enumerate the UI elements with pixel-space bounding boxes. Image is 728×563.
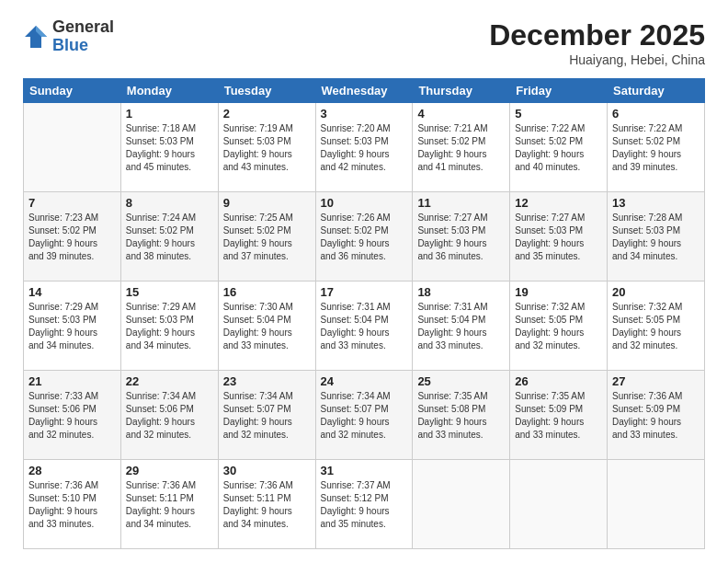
day-info: Sunrise: 7:32 AM Sunset: 5:05 PM Dayligh… bbox=[612, 301, 700, 352]
day-info: Sunrise: 7:34 AM Sunset: 5:06 PM Dayligh… bbox=[126, 390, 213, 442]
weekday-header-sunday: Sunday bbox=[24, 79, 121, 103]
month-title: December 2025 bbox=[489, 18, 705, 52]
calendar-cell bbox=[24, 103, 121, 192]
calendar-cell: 23Sunrise: 7:34 AM Sunset: 5:07 PM Dayli… bbox=[218, 371, 315, 460]
day-number: 1 bbox=[126, 107, 213, 121]
day-info: Sunrise: 7:37 AM Sunset: 5:12 PM Dayligh… bbox=[321, 479, 408, 531]
day-number: 18 bbox=[417, 285, 505, 299]
day-info: Sunrise: 7:29 AM Sunset: 5:03 PM Dayligh… bbox=[28, 301, 116, 352]
calendar-cell: 18Sunrise: 7:31 AM Sunset: 5:04 PM Dayli… bbox=[413, 282, 510, 371]
day-info: Sunrise: 7:31 AM Sunset: 5:04 PM Dayligh… bbox=[417, 301, 505, 352]
weekday-header-thursday: Thursday bbox=[413, 79, 510, 103]
title-block: December 2025 Huaiyang, Hebei, China bbox=[489, 18, 705, 67]
day-info: Sunrise: 7:21 AM Sunset: 5:02 PM Dayligh… bbox=[417, 122, 505, 174]
calendar-cell bbox=[413, 460, 510, 549]
day-info: Sunrise: 7:35 AM Sunset: 5:09 PM Dayligh… bbox=[515, 390, 602, 442]
calendar-cell: 2Sunrise: 7:19 AM Sunset: 5:03 PM Daylig… bbox=[218, 103, 315, 192]
day-number: 3 bbox=[321, 107, 408, 121]
day-number: 14 bbox=[28, 285, 116, 299]
day-info: Sunrise: 7:25 AM Sunset: 5:02 PM Dayligh… bbox=[223, 212, 311, 263]
day-number: 31 bbox=[321, 464, 408, 477]
day-info: Sunrise: 7:29 AM Sunset: 5:03 PM Dayligh… bbox=[126, 301, 213, 352]
calendar-cell: 26Sunrise: 7:35 AM Sunset: 5:09 PM Dayli… bbox=[510, 371, 608, 460]
calendar-cell: 8Sunrise: 7:24 AM Sunset: 5:02 PM Daylig… bbox=[120, 192, 218, 282]
day-number: 13 bbox=[612, 196, 700, 210]
calendar-table: SundayMondayTuesdayWednesdayThursdayFrid… bbox=[23, 78, 705, 549]
day-number: 30 bbox=[223, 464, 311, 477]
calendar-cell: 28Sunrise: 7:36 AM Sunset: 5:10 PM Dayli… bbox=[24, 460, 121, 549]
logo-text: General Blue bbox=[52, 18, 114, 55]
day-number: 4 bbox=[417, 107, 505, 121]
calendar-cell: 9Sunrise: 7:25 AM Sunset: 5:02 PM Daylig… bbox=[218, 192, 315, 282]
day-number: 29 bbox=[126, 464, 213, 477]
calendar-cell: 11Sunrise: 7:27 AM Sunset: 5:03 PM Dayli… bbox=[413, 192, 510, 282]
page: General Blue December 2025 Huaiyang, Heb… bbox=[0, 0, 728, 563]
day-number: 8 bbox=[126, 196, 213, 210]
logo-icon bbox=[23, 24, 49, 50]
calendar-cell: 29Sunrise: 7:36 AM Sunset: 5:11 PM Dayli… bbox=[120, 460, 218, 549]
day-info: Sunrise: 7:19 AM Sunset: 5:03 PM Dayligh… bbox=[223, 122, 311, 174]
day-number: 20 bbox=[612, 285, 700, 299]
day-info: Sunrise: 7:24 AM Sunset: 5:02 PM Dayligh… bbox=[126, 212, 213, 263]
day-number: 6 bbox=[612, 107, 700, 121]
calendar-cell: 27Sunrise: 7:36 AM Sunset: 5:09 PM Dayli… bbox=[608, 371, 705, 460]
calendar-cell: 4Sunrise: 7:21 AM Sunset: 5:02 PM Daylig… bbox=[413, 103, 510, 192]
day-info: Sunrise: 7:28 AM Sunset: 5:03 PM Dayligh… bbox=[612, 212, 700, 263]
day-info: Sunrise: 7:36 AM Sunset: 5:11 PM Dayligh… bbox=[223, 479, 311, 531]
weekday-header-friday: Friday bbox=[510, 79, 608, 103]
calendar-cell: 7Sunrise: 7:23 AM Sunset: 5:02 PM Daylig… bbox=[24, 192, 121, 282]
day-info: Sunrise: 7:34 AM Sunset: 5:07 PM Dayligh… bbox=[223, 390, 311, 442]
weekday-header-monday: Monday bbox=[120, 79, 218, 103]
calendar-cell: 30Sunrise: 7:36 AM Sunset: 5:11 PM Dayli… bbox=[218, 460, 315, 549]
calendar-week-row: 7Sunrise: 7:23 AM Sunset: 5:02 PM Daylig… bbox=[24, 192, 705, 282]
day-number: 15 bbox=[126, 285, 213, 299]
calendar-cell: 10Sunrise: 7:26 AM Sunset: 5:02 PM Dayli… bbox=[315, 192, 413, 282]
calendar-cell: 25Sunrise: 7:35 AM Sunset: 5:08 PM Dayli… bbox=[413, 371, 510, 460]
day-info: Sunrise: 7:23 AM Sunset: 5:02 PM Dayligh… bbox=[28, 212, 116, 263]
day-info: Sunrise: 7:27 AM Sunset: 5:03 PM Dayligh… bbox=[515, 212, 602, 263]
day-number: 10 bbox=[321, 196, 408, 210]
calendar-cell: 15Sunrise: 7:29 AM Sunset: 5:03 PM Dayli… bbox=[120, 282, 218, 371]
day-number: 23 bbox=[223, 374, 311, 388]
calendar-week-row: 14Sunrise: 7:29 AM Sunset: 5:03 PM Dayli… bbox=[24, 282, 705, 371]
calendar-cell: 16Sunrise: 7:30 AM Sunset: 5:04 PM Dayli… bbox=[218, 282, 315, 371]
day-info: Sunrise: 7:36 AM Sunset: 5:11 PM Dayligh… bbox=[126, 479, 213, 531]
calendar-cell: 24Sunrise: 7:34 AM Sunset: 5:07 PM Dayli… bbox=[315, 371, 413, 460]
calendar-cell: 22Sunrise: 7:34 AM Sunset: 5:06 PM Dayli… bbox=[120, 371, 218, 460]
day-info: Sunrise: 7:30 AM Sunset: 5:04 PM Dayligh… bbox=[223, 301, 311, 352]
day-number: 27 bbox=[612, 374, 700, 388]
day-info: Sunrise: 7:31 AM Sunset: 5:04 PM Dayligh… bbox=[321, 301, 408, 352]
weekday-header-saturday: Saturday bbox=[608, 79, 705, 103]
weekday-header-row: SundayMondayTuesdayWednesdayThursdayFrid… bbox=[24, 79, 705, 103]
day-info: Sunrise: 7:20 AM Sunset: 5:03 PM Dayligh… bbox=[321, 122, 408, 174]
logo-blue-text: Blue bbox=[52, 37, 114, 55]
day-info: Sunrise: 7:22 AM Sunset: 5:02 PM Dayligh… bbox=[612, 122, 700, 174]
calendar-week-row: 28Sunrise: 7:36 AM Sunset: 5:10 PM Dayli… bbox=[24, 460, 705, 549]
day-info: Sunrise: 7:36 AM Sunset: 5:09 PM Dayligh… bbox=[612, 390, 700, 442]
calendar-cell: 6Sunrise: 7:22 AM Sunset: 5:02 PM Daylig… bbox=[608, 103, 705, 192]
day-number: 26 bbox=[515, 374, 602, 388]
calendar-cell: 19Sunrise: 7:32 AM Sunset: 5:05 PM Dayli… bbox=[510, 282, 608, 371]
calendar-cell: 20Sunrise: 7:32 AM Sunset: 5:05 PM Dayli… bbox=[608, 282, 705, 371]
day-number: 5 bbox=[515, 107, 602, 121]
calendar-cell bbox=[510, 460, 608, 549]
calendar-cell: 5Sunrise: 7:22 AM Sunset: 5:02 PM Daylig… bbox=[510, 103, 608, 192]
day-number: 24 bbox=[321, 374, 408, 388]
weekday-header-tuesday: Tuesday bbox=[218, 79, 315, 103]
day-info: Sunrise: 7:26 AM Sunset: 5:02 PM Dayligh… bbox=[321, 212, 408, 263]
calendar-cell: 31Sunrise: 7:37 AM Sunset: 5:12 PM Dayli… bbox=[315, 460, 413, 549]
day-number: 16 bbox=[223, 285, 311, 299]
day-number: 28 bbox=[28, 464, 116, 477]
day-info: Sunrise: 7:22 AM Sunset: 5:02 PM Dayligh… bbox=[515, 122, 602, 174]
location: Huaiyang, Hebei, China bbox=[489, 52, 705, 67]
day-number: 19 bbox=[515, 285, 602, 299]
calendar-cell: 3Sunrise: 7:20 AM Sunset: 5:03 PM Daylig… bbox=[315, 103, 413, 192]
calendar-cell: 1Sunrise: 7:18 AM Sunset: 5:03 PM Daylig… bbox=[120, 103, 218, 192]
calendar-cell: 14Sunrise: 7:29 AM Sunset: 5:03 PM Dayli… bbox=[24, 282, 121, 371]
header: General Blue December 2025 Huaiyang, Heb… bbox=[23, 18, 705, 67]
day-info: Sunrise: 7:32 AM Sunset: 5:05 PM Dayligh… bbox=[515, 301, 602, 352]
day-number: 9 bbox=[223, 196, 311, 210]
weekday-header-wednesday: Wednesday bbox=[315, 79, 413, 103]
logo: General Blue bbox=[23, 18, 114, 55]
day-number: 21 bbox=[28, 374, 116, 388]
